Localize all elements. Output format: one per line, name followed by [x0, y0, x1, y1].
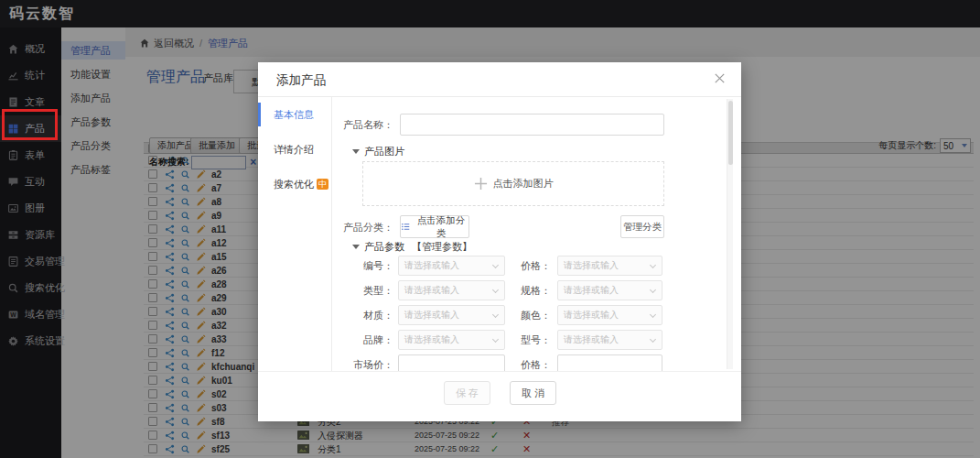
- modal-tab-label: 详情介绍: [274, 144, 314, 155]
- param-select[interactable]: 请选择或输入: [398, 330, 505, 350]
- chevron-down-icon: [650, 311, 656, 318]
- param-label: 型号：: [510, 333, 551, 347]
- param-label: 材质：: [332, 309, 393, 322]
- collapse-arrow-icon: [352, 245, 360, 249]
- modal-scrollbar[interactable]: [727, 99, 733, 369]
- param-select[interactable]: 请选择或输入: [557, 305, 662, 325]
- param-row: 类型：请选择或输入规格：请选择或输入: [332, 280, 735, 300]
- modal-body: 基本信息详情介绍搜索优化中 产品名称： 产品图片 点击添加图片 产品分类： 点击…: [258, 97, 741, 371]
- modal-tab-label: 搜索优化: [274, 179, 314, 190]
- param-input[interactable]: [398, 354, 505, 371]
- param-label: 类型：: [332, 284, 393, 298]
- add-category-label: 点击添加分类: [414, 214, 468, 240]
- param-label: 颜色：: [510, 309, 551, 322]
- chevron-down-icon: [492, 287, 499, 293]
- modal-form: 产品名称： 产品图片 点击添加图片 产品分类： 点击添加分类 管理分类: [332, 97, 735, 371]
- close-icon[interactable]: [713, 71, 727, 85]
- scrollbar-thumb[interactable]: [728, 101, 733, 165]
- product-name-label: 产品名称：: [332, 118, 393, 132]
- product-params-section-label: 产品参数: [364, 240, 404, 254]
- param-label: 价格：: [510, 358, 551, 372]
- modal-tab-details[interactable]: 详情介绍: [258, 132, 331, 167]
- app-window: 码云数智 概况统计文章产品表单互动图册资源库交易管理搜索优化W域名管理系统设置 …: [0, 0, 980, 458]
- chevron-down-icon: [650, 262, 656, 268]
- upload-image-label: 点击添加图片: [493, 177, 554, 191]
- param-select[interactable]: 请选择或输入: [398, 256, 505, 276]
- manage-params-link[interactable]: 【管理参数】: [412, 240, 472, 254]
- add-category-button[interactable]: 点击添加分类: [400, 215, 469, 238]
- annotation-box: [2, 109, 58, 140]
- param-label: 规格：: [510, 284, 551, 298]
- chevron-down-icon: [650, 287, 656, 293]
- param-grid: 编号：请选择或输入价格：请选择或输入类型：请选择或输入规格：请选择或输入材质：请…: [332, 256, 735, 371]
- product-category-label: 产品分类：: [332, 221, 393, 234]
- modal-tab-label: 基本信息: [274, 109, 314, 120]
- param-select[interactable]: 请选择或输入: [398, 305, 505, 325]
- add-product-modal: 添加产品 基本信息详情介绍搜索优化中 产品名称： 产品图片 点击添加图片 产品分…: [258, 62, 741, 421]
- status-badge: 中: [317, 179, 328, 190]
- product-image-section-toggle[interactable]: 产品图片: [352, 145, 404, 158]
- param-select[interactable]: 请选择或输入: [557, 280, 662, 300]
- save-button[interactable]: 保 存: [444, 381, 490, 405]
- param-label: 品牌：: [332, 333, 393, 347]
- chevron-down-icon: [650, 336, 656, 343]
- upload-image-box[interactable]: 点击添加图片: [362, 161, 664, 206]
- param-row: 编号：请选择或输入价格：请选择或输入: [332, 256, 735, 276]
- modal-header: 添加产品: [258, 62, 741, 97]
- plus-icon: [474, 177, 488, 191]
- param-select[interactable]: 请选择或输入: [557, 256, 662, 276]
- param-select[interactable]: 请选择或输入: [557, 330, 662, 350]
- modal-tab-basic-info[interactable]: 基本信息: [258, 97, 331, 132]
- param-input[interactable]: [557, 354, 662, 371]
- chevron-down-icon: [492, 336, 499, 343]
- modal-footer: 保 存 取 消: [258, 371, 741, 421]
- param-label: 市场价：: [332, 358, 393, 372]
- param-select[interactable]: 请选择或输入: [398, 280, 505, 300]
- product-name-input[interactable]: [400, 114, 664, 136]
- param-label: 编号：: [332, 259, 393, 273]
- manage-category-button[interactable]: 管理分类: [620, 215, 664, 238]
- modal-tab-seo[interactable]: 搜索优化中: [258, 167, 331, 202]
- param-row: 市场价：价格：: [332, 354, 735, 371]
- cancel-button[interactable]: 取 消: [510, 381, 556, 405]
- list-icon: [401, 222, 411, 232]
- modal-title: 添加产品: [276, 72, 326, 89]
- product-image-section-label: 产品图片: [364, 145, 404, 158]
- param-row: 品牌：请选择或输入型号：请选择或输入: [332, 330, 735, 350]
- chevron-down-icon: [492, 262, 499, 268]
- product-params-section-toggle[interactable]: 产品参数 【管理参数】: [352, 240, 472, 254]
- chevron-down-icon: [492, 311, 499, 318]
- modal-tab-rail: 基本信息详情介绍搜索优化中: [258, 97, 332, 371]
- param-label: 价格：: [510, 259, 551, 273]
- collapse-arrow-icon: [352, 149, 360, 154]
- param-row: 材质：请选择或输入颜色：请选择或输入: [332, 305, 735, 325]
